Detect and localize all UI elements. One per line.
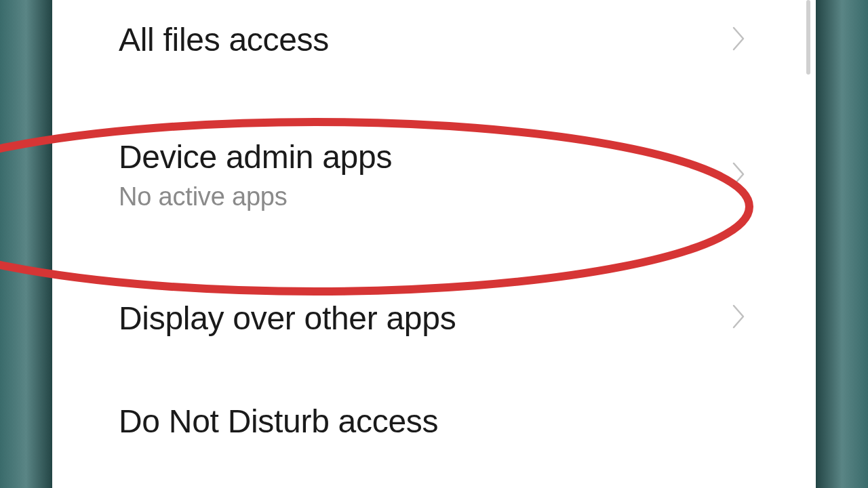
- item-title: Device admin apps: [119, 138, 392, 177]
- settings-panel: All files access Device admin apps No ac…: [54, 0, 814, 488]
- chevron-right-icon: [731, 25, 746, 55]
- item-title: Do Not Disturb access: [119, 402, 438, 441]
- item-content: Do Not Disturb access: [119, 402, 438, 441]
- item-title: All files access: [119, 20, 329, 60]
- item-content: All files access: [119, 20, 329, 60]
- chevron-right-icon: [731, 303, 746, 333]
- settings-item-all-files-access[interactable]: All files access: [54, 0, 814, 100]
- item-title: Display over other apps: [119, 299, 456, 338]
- settings-item-do-not-disturb-access[interactable]: Do Not Disturb access: [54, 378, 814, 441]
- scrollbar[interactable]: [806, 0, 810, 75]
- item-content: Device admin apps No active apps: [119, 138, 392, 214]
- chevron-right-icon: [731, 161, 746, 190]
- settings-item-display-over-other-apps[interactable]: Display over other apps: [54, 251, 814, 379]
- item-content: Display over other apps: [119, 299, 456, 338]
- item-subtitle: No active apps: [119, 180, 392, 214]
- settings-list: All files access Device admin apps No ac…: [54, 0, 814, 441]
- settings-item-device-admin-apps[interactable]: Device admin apps No active apps: [54, 100, 814, 251]
